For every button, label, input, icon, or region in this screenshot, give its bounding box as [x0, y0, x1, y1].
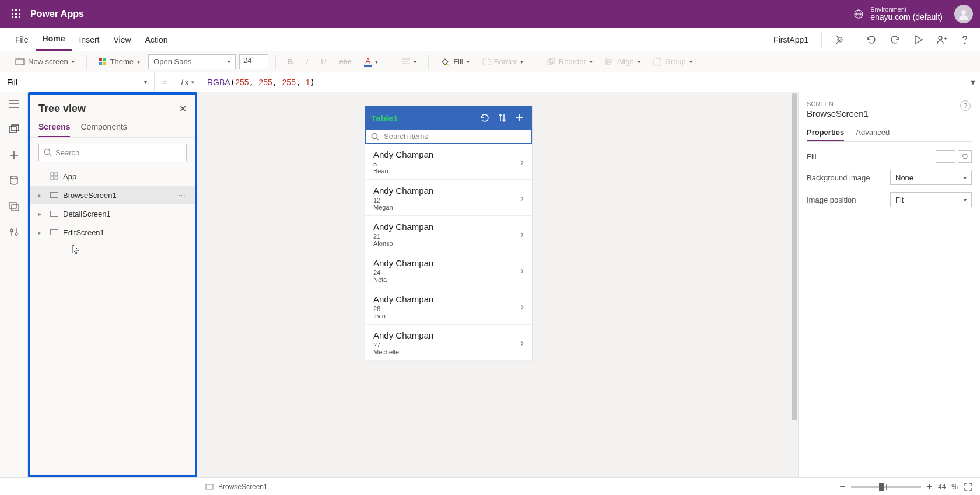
- zoom-slider[interactable]: [851, 486, 921, 488]
- preview-search-placeholder: Search items: [384, 132, 428, 141]
- advanced-tools-icon[interactable]: [7, 225, 21, 239]
- environment-picker[interactable]: Environment enayu.com (default): [853, 6, 943, 22]
- menu-home[interactable]: Home: [36, 29, 72, 51]
- close-icon[interactable]: ✕: [179, 103, 187, 114]
- prop-imgpos-label: Image position: [807, 196, 856, 204]
- fit-to-screen-icon[interactable]: [964, 482, 973, 491]
- refresh-icon[interactable]: [478, 111, 491, 124]
- sort-icon[interactable]: [496, 111, 509, 124]
- svg-rect-40: [12, 205, 19, 211]
- font-select[interactable]: Open Sans ▾: [148, 54, 236, 69]
- chevron-right-icon[interactable]: ▸: [38, 192, 46, 198]
- play-icon[interactable]: [911, 33, 925, 47]
- chevron-right-icon: ›: [520, 264, 524, 277]
- preview-search-input[interactable]: Search items: [365, 130, 532, 144]
- list-item[interactable]: Andy Champan24Neta›: [365, 252, 532, 288]
- media-icon[interactable]: [7, 200, 21, 214]
- menu-file[interactable]: File: [8, 29, 36, 51]
- formula-input[interactable]: RGBA(255, 255, 255, 1): [201, 78, 966, 87]
- left-rail: [0, 92, 28, 477]
- font-size-input[interactable]: 24: [239, 54, 268, 69]
- tree-app-label: App: [63, 172, 76, 181]
- svg-rect-34: [9, 127, 16, 133]
- tree-item[interactable]: ▸EditScreen1: [30, 223, 195, 242]
- tree-item-label: BrowseScreen1: [63, 191, 117, 200]
- list-item[interactable]: Andy Champan26Irvin›: [365, 288, 532, 325]
- status-breadcrumb: BrowseScreen1: [218, 483, 268, 491]
- canvas-scrollbar[interactable]: [790, 92, 798, 477]
- property-select[interactable]: Fill ▾: [0, 72, 155, 92]
- font-color-button[interactable]: A▾: [359, 53, 383, 71]
- tree-item[interactable]: ▸DetailScreen1: [30, 204, 195, 223]
- align-text-button[interactable]: ▾: [397, 53, 421, 71]
- app-checker-icon[interactable]: [831, 33, 845, 47]
- tree-search-input[interactable]: Search: [38, 144, 187, 161]
- record-number: 27: [373, 341, 520, 348]
- share-icon[interactable]: [935, 33, 949, 47]
- menu-view[interactable]: View: [106, 29, 138, 51]
- align-button[interactable]: Align▾: [601, 53, 645, 71]
- formula-expand-icon[interactable]: ▾: [966, 76, 980, 88]
- record-number: 12: [373, 197, 520, 204]
- fill-swatch[interactable]: [936, 150, 956, 163]
- app-preview-frame: Table1 Search items Andy Champan5Beau›An…: [365, 106, 532, 361]
- screen-icon: [50, 192, 58, 198]
- svg-rect-5: [19, 13, 20, 15]
- record-sub: Irvin: [373, 312, 520, 319]
- user-avatar[interactable]: [954, 5, 973, 23]
- chevron-right-icon: ›: [520, 156, 524, 168]
- tree-tab-components[interactable]: Components: [80, 118, 127, 137]
- chevron-right-icon[interactable]: ▸: [38, 229, 46, 236]
- tree-app-row[interactable]: App: [30, 167, 195, 186]
- chevron-down-icon: ▾: [144, 79, 147, 85]
- list-item[interactable]: Andy Champan27Mechelle›: [365, 325, 532, 361]
- border-button[interactable]: Border▾: [478, 53, 528, 71]
- italic-button[interactable]: I: [302, 53, 313, 71]
- menu-action[interactable]: Action: [138, 29, 175, 51]
- fx-button[interactable]: fx▾: [174, 72, 201, 92]
- fill-color-button[interactable]: Fill▾: [436, 53, 474, 71]
- underline-button[interactable]: U: [316, 53, 331, 71]
- zoom-out-button[interactable]: −: [839, 482, 845, 492]
- tree-view-icon[interactable]: [7, 123, 21, 137]
- menu-insert[interactable]: Insert: [72, 29, 106, 51]
- chevron-right-icon[interactable]: ▸: [38, 211, 46, 217]
- list-item[interactable]: Andy Champan21Alonso›: [365, 216, 532, 252]
- align-label: Align: [617, 57, 634, 66]
- equals-label: =: [155, 78, 174, 87]
- info-icon[interactable]: ?: [960, 100, 971, 111]
- data-icon[interactable]: [7, 174, 21, 188]
- canvas[interactable]: Table1 Search items Andy Champan5Beau›An…: [197, 92, 798, 477]
- add-icon[interactable]: [513, 111, 526, 124]
- new-screen-button[interactable]: New screen ▾: [10, 53, 79, 71]
- list-item[interactable]: Andy Champan12Megan›: [365, 180, 532, 216]
- zoom-in-button[interactable]: +: [927, 482, 932, 492]
- theme-button[interactable]: Theme ▾: [94, 53, 145, 71]
- prop-screen-name: BrowseScreen1: [807, 109, 972, 118]
- waffle-icon[interactable]: [7, 5, 26, 23]
- strikethrough-button[interactable]: abc: [335, 53, 356, 71]
- redo-icon[interactable]: [888, 33, 902, 47]
- hamburger-icon[interactable]: [7, 97, 21, 111]
- imgpos-select[interactable]: Fit▾: [890, 192, 972, 207]
- svg-rect-24: [483, 59, 490, 65]
- more-icon[interactable]: ⋯: [178, 191, 187, 200]
- list-item[interactable]: Andy Champan5Beau›: [365, 144, 532, 180]
- environment-icon: [853, 8, 864, 20]
- prop-tab-advanced[interactable]: Advanced: [856, 124, 890, 141]
- svg-rect-50: [55, 177, 58, 180]
- help-icon[interactable]: [958, 33, 972, 47]
- record-name: Andy Champan: [373, 330, 520, 340]
- svg-line-56: [377, 138, 379, 140]
- group-button[interactable]: Group▾: [649, 53, 697, 71]
- reorder-button[interactable]: Reorder▾: [542, 53, 597, 71]
- bold-button[interactable]: B: [283, 53, 298, 71]
- undo-icon[interactable]: [864, 33, 878, 47]
- tree-tab-screens[interactable]: Screens: [38, 118, 70, 137]
- fill-swatch-reset[interactable]: [958, 150, 972, 163]
- tree-item[interactable]: ▸BrowseScreen1⋯: [30, 186, 195, 204]
- prop-tab-properties[interactable]: Properties: [807, 124, 844, 141]
- insert-icon[interactable]: [7, 148, 21, 162]
- document-name: FirstApp1: [774, 35, 808, 44]
- bgimage-select[interactable]: None▾: [890, 170, 972, 185]
